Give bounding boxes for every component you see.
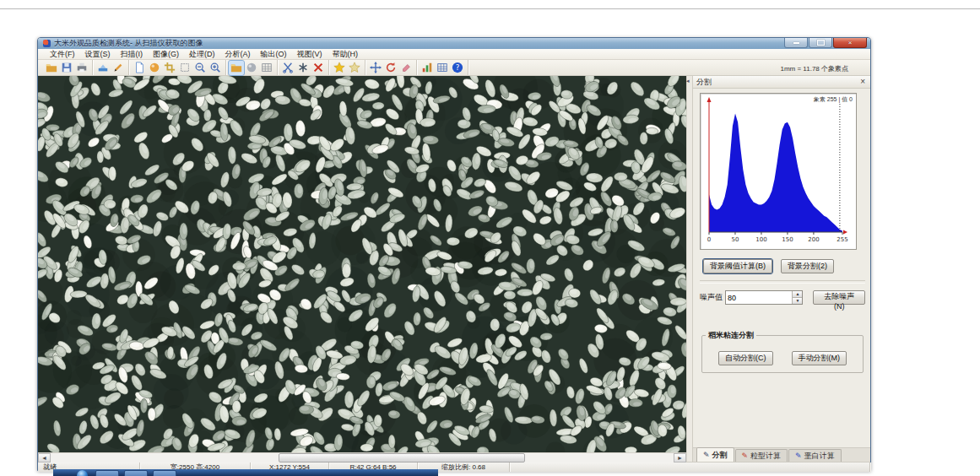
manual-segment-button[interactable]: 手动分割(M) bbox=[792, 351, 847, 365]
menu-item-3[interactable]: 图像(G) bbox=[148, 49, 184, 60]
rice-image-canvas[interactable] bbox=[38, 76, 686, 452]
image-folder-icon[interactable] bbox=[229, 61, 244, 75]
taskbar-app-icon[interactable] bbox=[95, 470, 119, 476]
svg-text:100: 100 bbox=[755, 236, 766, 243]
print-icon[interactable] bbox=[74, 61, 89, 75]
zoom-out-icon[interactable] bbox=[192, 61, 208, 75]
page-top-divider bbox=[0, 8, 980, 9]
grid-table-icon[interactable] bbox=[435, 61, 450, 75]
menu-item-2[interactable]: 扫描(I) bbox=[116, 49, 149, 60]
grain-adhesion-group: 稻米粘连分割 自动分割(C) 手动分割(M) bbox=[701, 330, 864, 373]
help-icon[interactable] bbox=[450, 61, 465, 75]
scrollbar-track[interactable] bbox=[51, 453, 674, 462]
panel-header: 分割 × bbox=[693, 76, 870, 89]
menu-item-4[interactable]: 处理(D) bbox=[184, 49, 220, 60]
close-button[interactable]: × bbox=[833, 38, 867, 48]
new-page-icon[interactable] bbox=[132, 61, 147, 75]
zoom-in-icon[interactable] bbox=[208, 61, 223, 75]
scissors-icon[interactable] bbox=[280, 61, 295, 75]
asterisk-icon[interactable] bbox=[295, 61, 311, 75]
panel-close-icon[interactable]: × bbox=[858, 78, 867, 86]
grid-frame-icon[interactable] bbox=[259, 61, 274, 75]
menu-item-0[interactable]: 文件(F) bbox=[45, 49, 80, 60]
menu-item-7[interactable]: 视图(V) bbox=[292, 49, 328, 60]
select-frame-icon[interactable] bbox=[177, 61, 192, 75]
svg-text:150: 150 bbox=[782, 236, 793, 243]
tab-分割[interactable]: ✎分割 bbox=[696, 447, 734, 462]
scrollbar-thumb[interactable] bbox=[279, 453, 525, 462]
app-icon bbox=[43, 40, 51, 47]
segmentation-panel: 分割 × 象素 255 | 值 0 050100150200255 背景阈值计算… bbox=[692, 76, 870, 462]
menu-item-8[interactable]: 帮助(H) bbox=[328, 49, 364, 60]
noise-label: 噪声值 bbox=[700, 292, 723, 303]
open-folder-icon[interactable] bbox=[44, 61, 59, 75]
pen-icon: ✎ bbox=[795, 452, 802, 460]
minimize-button[interactable] bbox=[784, 38, 808, 48]
chart-icon[interactable] bbox=[420, 61, 435, 75]
menu-item-1[interactable]: 设置(S) bbox=[80, 49, 116, 60]
window-title: 大米外观品质检测系统- 从扫描仪获取的图像 bbox=[54, 38, 203, 49]
taskbar-app-icon[interactable] bbox=[124, 470, 148, 476]
bg-segment-button[interactable]: 背景分割(2) bbox=[781, 259, 834, 273]
move-cross-icon[interactable] bbox=[368, 61, 383, 75]
auto-segment-button[interactable]: 自动分割(C) bbox=[718, 351, 773, 365]
edit-pencil-icon[interactable] bbox=[111, 61, 126, 75]
svg-text:50: 50 bbox=[732, 236, 739, 243]
maximize-button[interactable] bbox=[809, 38, 832, 48]
delete-x-icon[interactable] bbox=[311, 61, 326, 75]
histogram-chart: 050100150200255 bbox=[701, 94, 854, 247]
remove-noise-button[interactable]: 去除噪声(N) bbox=[813, 290, 865, 305]
panel-tab-bar: ✎分割✎粒型计算✎垩白计算 bbox=[693, 447, 870, 462]
group-title: 稻米粘连分割 bbox=[706, 330, 756, 341]
save-file-icon[interactable] bbox=[59, 61, 74, 75]
star-pale-icon[interactable] bbox=[347, 61, 362, 75]
tab-label: 粒型计算 bbox=[750, 451, 781, 462]
tab-粒型计算[interactable]: ✎粒型计算 bbox=[735, 449, 788, 462]
close-icon: × bbox=[848, 40, 853, 46]
scale-label: 1mm = 11.78 个象素点 bbox=[780, 64, 848, 73]
menubar: 文件(F)设置(S)扫描(I)图像(G)处理(D)分析(A)输出(O)视图(V)… bbox=[38, 49, 870, 60]
svg-text:255: 255 bbox=[837, 236, 847, 243]
scroll-left-icon[interactable]: ◄ bbox=[38, 453, 51, 462]
scroll-right-icon[interactable]: ► bbox=[674, 453, 686, 462]
noise-value-input[interactable] bbox=[726, 291, 792, 304]
taskbar-app-icon[interactable] bbox=[153, 470, 176, 476]
spin-up-icon[interactable]: ▲ bbox=[793, 291, 802, 298]
titlebar[interactable]: 大米外观品质检测系统- 从扫描仪获取的图像 × bbox=[38, 38, 870, 49]
eraser-icon[interactable] bbox=[398, 61, 414, 75]
panel-title: 分割 bbox=[696, 77, 712, 88]
bg-threshold-button[interactable]: 背景阈值计算(B) bbox=[703, 259, 772, 273]
menu-item-5[interactable]: 分析(A) bbox=[220, 49, 256, 60]
scanner-icon[interactable] bbox=[95, 61, 111, 75]
tab-垩白计算[interactable]: ✎垩白计算 bbox=[788, 449, 842, 462]
taskbar-fragment bbox=[53, 469, 438, 476]
histogram-box: 象素 255 | 值 0 050100150200255 bbox=[700, 93, 857, 250]
svg-text:0: 0 bbox=[707, 236, 711, 243]
spin-down-icon[interactable]: ▼ bbox=[793, 298, 802, 304]
client-area: ◄ ► ◂ 分割 × 象素 255 | 值 0 050100150200255 bbox=[38, 76, 870, 462]
svg-text:200: 200 bbox=[808, 236, 819, 243]
status-field-empty bbox=[510, 462, 870, 472]
app-window: 大米外观品质检测系统- 从扫描仪获取的图像 × 文件(F)设置(S)扫描(I)图… bbox=[37, 37, 871, 471]
horizontal-scrollbar[interactable]: ◄ ► bbox=[38, 452, 686, 462]
gray-ball-icon[interactable] bbox=[244, 61, 259, 75]
pen-icon: ✎ bbox=[742, 452, 749, 460]
panel-collapse-icon[interactable]: ◂ bbox=[686, 78, 690, 84]
panel-splitter[interactable]: ◂ bbox=[686, 76, 692, 462]
start-orb-icon[interactable] bbox=[77, 470, 88, 476]
tab-label: 分割 bbox=[712, 450, 728, 461]
toolbar: 1mm = 11.78 个象素点 bbox=[38, 60, 870, 76]
pen-icon: ✎ bbox=[703, 452, 710, 459]
histogram-header: 象素 255 | 值 0 bbox=[814, 95, 853, 104]
noise-spinbox: ▲ ▼ bbox=[725, 290, 803, 305]
menu-item-6[interactable]: 输出(O) bbox=[256, 49, 292, 60]
star-bright-icon[interactable] bbox=[332, 61, 347, 75]
rotate-icon[interactable] bbox=[383, 61, 398, 75]
color-ball-icon[interactable] bbox=[147, 61, 162, 75]
crop-marks-icon[interactable] bbox=[162, 61, 177, 75]
tab-label: 垩白计算 bbox=[804, 451, 835, 462]
minimize-icon bbox=[793, 42, 799, 44]
maximize-icon bbox=[817, 40, 825, 46]
divider bbox=[700, 280, 865, 284]
